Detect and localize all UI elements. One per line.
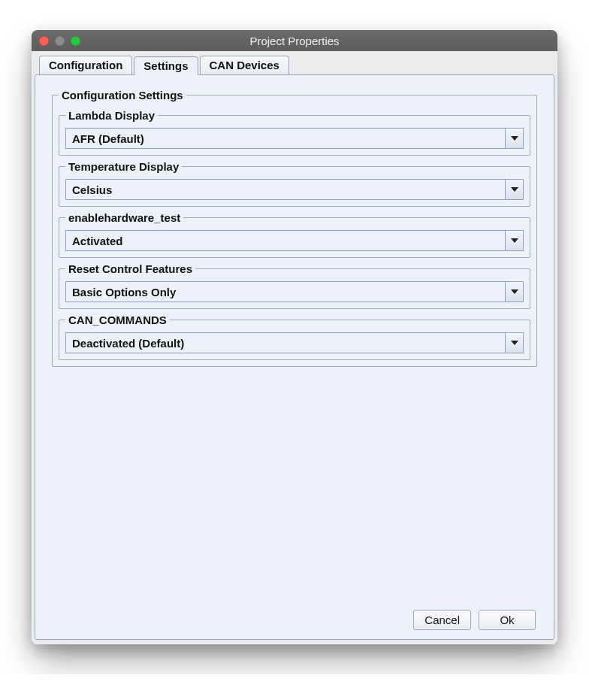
chevron-down-icon[interactable] [505, 129, 523, 148]
chevron-down-icon[interactable] [505, 282, 523, 302]
field-lambda-display: Lambda Display AFR (Default) [59, 109, 530, 156]
zoom-icon[interactable] [71, 36, 80, 46]
group-title: Configuration Settings [59, 89, 186, 102]
combo-enablehardware-test[interactable]: Activated [65, 230, 524, 251]
dialog-button-row: Cancel Ok [52, 602, 537, 632]
field-reset-control-features: Reset Control Features Basic Options Onl… [59, 262, 530, 309]
combo-value: Basic Options Only [66, 282, 505, 302]
window-title: Project Properties [32, 35, 557, 47]
close-icon[interactable] [39, 36, 49, 46]
chevron-down-icon[interactable] [505, 333, 523, 353]
field-label: Lambda Display [65, 109, 158, 122]
spacer [52, 367, 537, 602]
cancel-button[interactable]: Cancel [413, 610, 471, 630]
combo-value: AFR (Default) [66, 129, 505, 148]
titlebar[interactable]: Project Properties [32, 30, 557, 51]
group-configuration-settings: Configuration Settings Lambda Display AF… [52, 89, 537, 367]
combo-temperature-display[interactable]: Celsius [65, 179, 524, 200]
combo-value: Celsius [66, 180, 505, 199]
field-can-commands: CAN_COMMANDS Deactivated (Default) [59, 314, 530, 360]
tab-configuration[interactable]: Configuration [39, 56, 132, 74]
ok-button[interactable]: Ok [479, 610, 536, 630]
combo-value: Activated [66, 231, 505, 250]
combo-lambda-display[interactable]: AFR (Default) [65, 128, 524, 149]
window-controls [32, 36, 80, 46]
tab-can-devices[interactable]: CAN Devices [200, 56, 289, 74]
combo-can-commands[interactable]: Deactivated (Default) [65, 332, 524, 353]
minimize-icon[interactable] [55, 36, 65, 46]
client-area: Configuration Settings CAN Devices Confi… [32, 51, 557, 644]
field-enablehardware-test: enablehardware_test Activated [59, 211, 530, 258]
combo-reset-control-features[interactable]: Basic Options Only [65, 281, 524, 302]
project-properties-window: Project Properties Configuration Setting… [32, 30, 557, 644]
field-temperature-display: Temperature Display Celsius [59, 160, 530, 207]
tab-panel: Configuration Settings Lambda Display AF… [35, 74, 554, 640]
field-label: Temperature Display [65, 160, 182, 173]
combo-value: Deactivated (Default) [66, 333, 505, 353]
field-label: CAN_COMMANDS [65, 314, 170, 326]
field-label: Reset Control Features [65, 262, 195, 275]
tab-bar: Configuration Settings CAN Devices [39, 56, 554, 74]
chevron-down-icon[interactable] [505, 180, 523, 199]
field-label: enablehardware_test [65, 211, 183, 224]
chevron-down-icon[interactable] [505, 231, 523, 250]
tab-settings[interactable]: Settings [134, 56, 198, 75]
